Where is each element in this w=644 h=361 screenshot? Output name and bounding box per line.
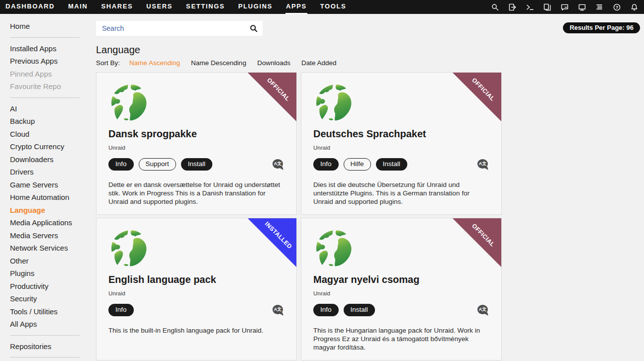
nav-users[interactable]: USERS — [146, 0, 173, 14]
installed-ribbon: INSTALLED — [248, 218, 296, 267]
nav-settings[interactable]: SETTINGS — [185, 0, 225, 14]
page-title: Language — [96, 44, 644, 56]
nav-tools[interactable]: TOOLS — [320, 0, 347, 14]
nav-main[interactable]: MAIN — [68, 0, 89, 14]
app-author: Unraid — [108, 145, 284, 151]
translate-icon: A文 — [273, 305, 283, 315]
official-ribbon: OFFICIAL — [453, 73, 501, 121]
sort-bar: Sort By: Name Ascending Name Descending … — [96, 59, 644, 67]
main-menu: DASHBOARD MAIN SHARES USERS SETTINGS PLU… — [5, 0, 347, 14]
sidebar-item-plugins[interactable]: Plugins — [10, 267, 89, 280]
app-description: Dies ist die deutsche Übersetzung für Un… — [313, 180, 489, 206]
app-author: Unraid — [313, 145, 489, 151]
sidebar-item-other[interactable]: Other — [10, 255, 89, 268]
sidebar-item-all-apps[interactable]: All Apps — [10, 318, 89, 331]
sidebar-item-tools-utilities[interactable]: Tools / Utilities — [10, 305, 89, 318]
sidebar-item-productivity[interactable]: Productivity — [10, 280, 89, 293]
sort-date-added[interactable]: Date Added — [301, 59, 337, 67]
sidebar-item-previous-apps[interactable]: Previous Apps — [10, 55, 89, 68]
sidebar-item-repositories[interactable]: Repositories — [10, 340, 89, 353]
nav-apps[interactable]: APPS — [285, 0, 307, 14]
sidebar-item-ai[interactable]: AI — [10, 102, 89, 115]
app-description: This is the Hungarian language pack for … — [313, 326, 489, 352]
notifications-bell-icon[interactable] — [630, 3, 638, 11]
sidebar-item-media-applications[interactable]: Media Applications — [10, 216, 89, 229]
sort-name-descending[interactable]: Name Descending — [191, 59, 246, 67]
info-button[interactable]: Info — [108, 158, 134, 171]
navbar-icons: ? — [491, 3, 639, 11]
globe-app-icon — [313, 84, 355, 123]
sort-downloads[interactable]: Downloads — [257, 59, 290, 67]
app-author: Unraid — [313, 290, 489, 296]
install-button[interactable]: Install — [344, 304, 375, 316]
sidebar-item-media-servers[interactable]: Media Servers — [10, 229, 89, 242]
app-title: Deutsches Sprachpaket — [313, 128, 489, 140]
app-title: English language pack — [108, 274, 284, 285]
sidebar-item-security[interactable]: Security — [10, 292, 89, 305]
sidebar-divider — [10, 97, 80, 98]
app-author: Unraid — [108, 290, 284, 296]
globe-app-icon — [313, 229, 355, 269]
sort-by-label: Sort By: — [96, 59, 120, 67]
nav-dashboard[interactable]: DASHBOARD — [5, 0, 55, 14]
app-card-magyar-nyelvi-csomag: OFFICIAL Magyar nyelvi csomag Unraid Inf… — [301, 218, 502, 361]
top-navbar: DASHBOARD MAIN SHARES USERS SETTINGS PLU… — [0, 0, 644, 14]
sort-name-ascending[interactable]: Name Ascending — [129, 59, 180, 67]
app-card-grid: OFFICIAL Dansk sprogpakke Unrai — [96, 72, 644, 361]
translate-icon: A文 — [477, 305, 488, 315]
main-content: Results Per Page: 96 Language Sort By: N… — [89, 14, 644, 361]
sidebar-item-crypto-currency[interactable]: Crypto Currency — [10, 140, 89, 153]
info-button[interactable]: Info — [313, 304, 339, 316]
sidebar-item-favourite-repo: Favourite Repo — [10, 80, 89, 93]
globe-app-icon — [108, 229, 150, 269]
install-button[interactable]: Install — [181, 158, 212, 171]
official-ribbon: OFFICIAL — [453, 218, 501, 267]
terminal-icon[interactable] — [526, 3, 534, 11]
search-input[interactable] — [102, 24, 250, 32]
search-box — [96, 21, 263, 36]
logout-icon[interactable] — [508, 3, 516, 11]
nav-shares[interactable]: SHARES — [101, 0, 134, 14]
support-button[interactable]: Hilfe — [344, 158, 371, 171]
install-button[interactable]: Install — [376, 158, 407, 171]
app-card-deutsches-sprachpaket: OFFICIAL Deutsches Sprachpaket Unraid In… — [301, 72, 502, 215]
copy-icon[interactable] — [543, 3, 551, 11]
support-button[interactable]: Support — [139, 158, 176, 171]
sidebar-item-pinned-apps: Pinned Apps — [10, 68, 89, 81]
sidebar-item-home[interactable]: Home — [10, 20, 89, 33]
official-ribbon: OFFICIAL — [248, 73, 296, 121]
svg-text:?: ? — [615, 4, 618, 9]
app-description: Dette er en dansk oversættelse for Unrai… — [108, 180, 284, 206]
help-icon[interactable]: ? — [613, 3, 621, 11]
nav-plugins[interactable]: PLUGINS — [238, 0, 273, 14]
app-description: This is the built-in English language pa… — [108, 326, 284, 335]
sidebar-item-game-servers[interactable]: Game Servers — [10, 179, 89, 191]
sidebar-item-drivers[interactable]: Drivers — [10, 166, 89, 179]
sidebar-item-backup[interactable]: Backup — [10, 115, 89, 128]
app-card-english-language-pack: INSTALLED English language pack Unraid I… — [96, 218, 297, 361]
translate-icon: A文 — [273, 159, 283, 170]
sidebar-item-network-services[interactable]: Network Services — [10, 242, 89, 255]
app-title: Magyar nyelvi csomag — [313, 274, 489, 285]
search-submit-icon[interactable] — [250, 24, 258, 32]
info-button[interactable]: Info — [108, 304, 134, 316]
info-button[interactable]: Info — [313, 158, 339, 171]
log-icon[interactable] — [595, 3, 603, 11]
sidebar-item-cloud[interactable]: Cloud — [10, 128, 89, 141]
sidebar-divider — [10, 357, 80, 358]
sidebar-item-language[interactable]: Language — [10, 204, 89, 217]
feedback-icon[interactable] — [560, 3, 568, 11]
sidebar: Home Installed Apps Previous Apps Pinned… — [0, 14, 89, 361]
sidebar-item-home-automation[interactable]: Home Automation — [10, 191, 89, 204]
app-title: Dansk sprogpakke — [108, 128, 284, 140]
sidebar-item-installed-apps[interactable]: Installed Apps — [10, 42, 89, 55]
globe-app-icon — [108, 84, 150, 123]
translate-icon: A文 — [477, 159, 488, 170]
sidebar-item-downloaders[interactable]: Downloaders — [10, 153, 89, 166]
sidebar-divider — [10, 37, 80, 38]
monitor-icon[interactable] — [578, 3, 586, 11]
app-card-dansk-sprogpakke: OFFICIAL Dansk sprogpakke Unrai — [96, 72, 297, 215]
results-per-page-pill[interactable]: Results Per Page: 96 — [563, 22, 640, 33]
search-icon[interactable] — [491, 3, 499, 11]
sidebar-divider — [10, 335, 80, 336]
